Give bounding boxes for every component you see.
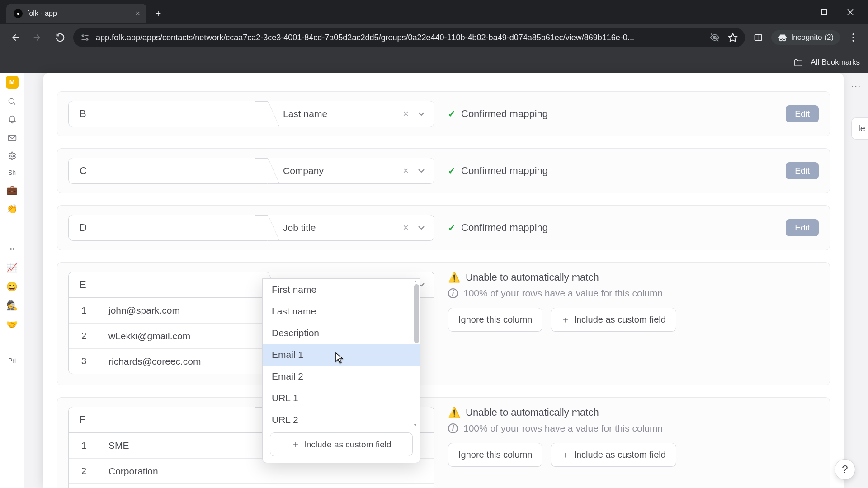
- browser-tab[interactable]: ● folk - app ×: [6, 4, 146, 23]
- dropdown-scrollbar[interactable]: [414, 284, 419, 343]
- mapping-row-d: D Job title × ✓ Confirmed mapping Edit: [57, 205, 830, 250]
- preview-table: 1john@spark.com 2wLekki@gmail.com 3richa…: [68, 298, 278, 374]
- reload-button[interactable]: [51, 28, 70, 47]
- field-value: Company: [283, 165, 324, 176]
- dots-icon[interactable]: [7, 244, 17, 254]
- dropdown-include-custom-button[interactable]: ＋Include as custom field: [270, 432, 413, 456]
- svg-rect-26: [8, 135, 16, 141]
- status-confirmed: ✓ Confirmed mapping: [448, 165, 548, 177]
- svg-point-9: [86, 39, 88, 40]
- tab-close-icon[interactable]: ×: [135, 9, 140, 19]
- warning-icon: ⚠️: [448, 407, 460, 418]
- dropdown-option-url-1[interactable]: URL 1: [263, 387, 420, 409]
- clear-icon[interactable]: ×: [400, 165, 411, 177]
- dropdown-option-first-name[interactable]: First name: [263, 279, 420, 300]
- field-dropdown[interactable]: First name Last name Description Email 1…: [262, 278, 420, 463]
- search-icon[interactable]: [7, 97, 17, 107]
- chevron-down-icon[interactable]: [417, 225, 426, 230]
- edit-button[interactable]: Edit: [786, 219, 819, 236]
- svg-point-24: [9, 99, 14, 104]
- workspace-avatar[interactable]: M: [6, 76, 19, 89]
- sidebar-item-emoji-5[interactable]: 🕵️: [6, 300, 18, 311]
- bookmark-star-icon[interactable]: [728, 33, 738, 42]
- dropdown-option-last-name[interactable]: Last name: [263, 300, 420, 322]
- window-minimize-button[interactable]: [785, 3, 811, 21]
- column-letter: F: [68, 407, 267, 433]
- svg-point-27: [11, 155, 13, 157]
- status-warning: ⚠️ Unable to automatically match: [448, 407, 819, 418]
- site-settings-icon[interactable]: [80, 33, 90, 42]
- include-custom-field-button[interactable]: ＋Include as custom field: [551, 308, 676, 332]
- svg-rect-17: [778, 37, 786, 38]
- forward-button[interactable]: [28, 28, 47, 47]
- clear-icon[interactable]: ×: [400, 222, 411, 234]
- check-icon: ✓: [448, 222, 456, 233]
- import-mapping-panel: B Last name × ✓ Confirmed mapping Edit C: [43, 73, 844, 488]
- include-custom-field-button[interactable]: ＋Include as custom field: [551, 443, 676, 467]
- window-maximize-button[interactable]: [811, 3, 837, 21]
- status-confirmed: ✓ Confirmed mapping: [448, 108, 548, 120]
- browser-menu-button[interactable]: [844, 28, 863, 47]
- scroll-up-icon[interactable]: ▴: [414, 279, 419, 283]
- sidebar-item-emoji-2[interactable]: 👏: [6, 203, 18, 214]
- sidebar-item-emoji-3[interactable]: 📈: [6, 262, 18, 273]
- svg-point-22: [852, 37, 854, 38]
- column-letter: D: [68, 215, 267, 241]
- incognito-label: Incognito (2): [791, 33, 834, 42]
- field-value: Last name: [283, 108, 327, 119]
- sidebar-item-emoji-4[interactable]: 😀: [6, 281, 18, 292]
- dropdown-option-email-1[interactable]: Email 1: [263, 344, 420, 366]
- svg-point-21: [852, 33, 854, 35]
- column-letter: B: [68, 101, 267, 127]
- mapping-row-e: E Lookup matching fields 1john@spark.com…: [57, 262, 830, 385]
- edit-button[interactable]: Edit: [786, 105, 819, 122]
- incognito-icon: [778, 33, 788, 42]
- chevron-down-icon[interactable]: [417, 169, 426, 173]
- status-confirmed: ✓ Confirmed mapping: [448, 222, 548, 234]
- ignore-column-button[interactable]: Ignore this column: [448, 443, 542, 467]
- svg-point-23: [852, 40, 854, 42]
- field-select[interactable]: Job title ×: [267, 215, 434, 241]
- field-value: Job title: [283, 222, 316, 233]
- all-bookmarks-link[interactable]: All Bookmarks: [811, 58, 860, 67]
- column-letter: C: [68, 158, 267, 184]
- incognito-badge[interactable]: Incognito (2): [771, 30, 840, 45]
- sidebar-item-emoji-6[interactable]: 🤝: [6, 319, 18, 330]
- status-info: i 100% of your rows have a value for thi…: [448, 423, 819, 434]
- eye-off-icon[interactable]: [710, 33, 720, 42]
- field-select[interactable]: Last name ×: [267, 101, 434, 127]
- panel-menu-icon[interactable]: ⋯: [851, 80, 862, 92]
- column-letter: E: [68, 272, 267, 298]
- scroll-down-icon[interactable]: ▾: [414, 422, 419, 427]
- clear-icon[interactable]: ×: [400, 108, 411, 120]
- dropdown-option-url-2[interactable]: URL 2: [263, 409, 420, 428]
- info-icon: i: [448, 423, 458, 433]
- back-button[interactable]: [5, 28, 24, 47]
- preview-row: 3richards@coreec.com: [69, 348, 278, 374]
- chevron-down-icon[interactable]: [417, 112, 426, 116]
- preview-row: 2wLekki@gmail.com: [69, 323, 278, 348]
- window-close-button[interactable]: [837, 3, 863, 21]
- edit-button[interactable]: Edit: [786, 162, 819, 179]
- help-button[interactable]: ?: [835, 459, 855, 480]
- dropdown-option-description[interactable]: Description: [263, 322, 420, 344]
- dropdown-option-email-2[interactable]: Email 2: [263, 366, 420, 387]
- settings-icon[interactable]: [7, 151, 17, 161]
- field-select[interactable]: Company ×: [267, 158, 434, 184]
- mapping-row-c: C Company × ✓ Confirmed mapping Edit: [57, 148, 830, 193]
- plus-icon: ＋: [561, 314, 570, 326]
- plus-icon: ＋: [561, 449, 570, 461]
- bell-icon[interactable]: [7, 115, 17, 125]
- svg-line-25: [13, 103, 15, 105]
- plus-icon: ＋: [291, 438, 300, 450]
- mail-icon[interactable]: [7, 133, 17, 143]
- sidebar-item-emoji-1[interactable]: 💼: [6, 184, 18, 195]
- overflow-right-pill[interactable]: le: [851, 117, 868, 140]
- bookmarks-bar: All Bookmarks: [0, 51, 868, 73]
- side-panel-icon[interactable]: [749, 28, 768, 47]
- address-bar[interactable]: app.folk.app/apps/contacts/network/ccaa7…: [73, 28, 745, 47]
- ignore-column-button[interactable]: Ignore this column: [448, 308, 542, 332]
- mapping-row-b: B Last name × ✓ Confirmed mapping Edit: [57, 91, 830, 136]
- url-text: app.folk.app/apps/contacts/network/ccaa7…: [96, 33, 634, 42]
- new-tab-button[interactable]: +: [150, 5, 166, 22]
